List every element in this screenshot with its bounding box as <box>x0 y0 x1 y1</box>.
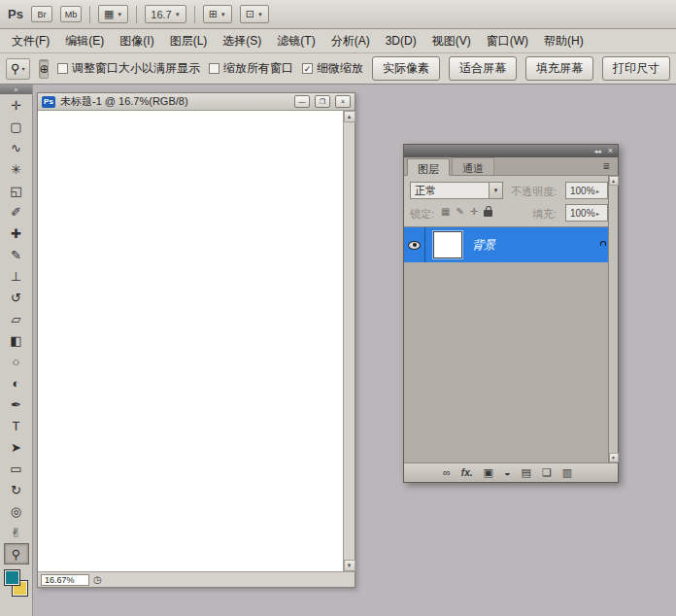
eraser-tool[interactable]: ▱ <box>4 308 29 329</box>
tab-channels[interactable]: 通道 <box>452 157 494 175</box>
document-window: Ps 未标题-1 @ 16.7%(RGB/8) — ❐ × ▲ ▼ 16.67%… <box>37 92 355 588</box>
close-panel-icon[interactable]: × <box>608 147 613 155</box>
type-tool[interactable]: T <box>4 415 29 436</box>
gradient-tool[interactable]: ◧ <box>4 329 29 351</box>
scrubby-zoom-checkbox[interactable]: ✓ 细微缩放 <box>302 60 363 77</box>
eyedropper-tool[interactable]: ✐ <box>4 201 29 222</box>
layer-row-background[interactable]: 背景 <box>404 227 608 262</box>
brush-tool[interactable]: ✎ <box>4 244 29 265</box>
link-layers-icon[interactable]: ∞ <box>443 467 451 478</box>
document-statusbar: 16.67% ◷ <box>38 571 355 587</box>
document-title: 未标题-1 @ 16.7%(RGB/8) <box>60 94 289 109</box>
dodge-tool[interactable]: ◐ <box>4 372 29 394</box>
restore-button[interactable]: ❐ <box>315 95 330 108</box>
quick-selection-tool[interactable]: ✳ <box>4 158 29 180</box>
lasso-tool[interactable]: ∿ <box>4 137 29 158</box>
menu-view[interactable]: 视图(V) <box>424 29 479 53</box>
tool-options-bar: ⚲ ▾ ⊕ ⊖ 调整窗口大小以满屏显示 缩放所有窗口 ✓ 细微缩放 实际像素 适… <box>0 53 676 85</box>
blend-mode-row: 正常 ▼ 不透明度: 100% ▸ <box>404 182 608 199</box>
hand-tool[interactable]: ✌ <box>4 522 29 543</box>
move-tool[interactable]: ✛ <box>4 94 29 116</box>
scroll-down-icon[interactable]: ▼ <box>609 453 619 462</box>
3d-rotate-tool[interactable]: ↻ <box>4 479 29 500</box>
new-group-icon[interactable]: ▤ <box>522 467 531 478</box>
actual-pixels-button[interactable]: 实际像素 <box>372 56 440 81</box>
menu-image[interactable]: 图像(I) <box>112 29 161 53</box>
tools-panel-grip[interactable]: » <box>0 85 32 94</box>
path-selection-tool[interactable]: ➤ <box>4 436 29 458</box>
layer-mask-icon[interactable]: ▣ <box>484 467 493 478</box>
minimize-button[interactable]: — <box>294 95 310 108</box>
zoom-level-value: 16.7 <box>151 9 171 20</box>
vertical-scrollbar[interactable]: ▲ ▼ <box>343 111 355 571</box>
menu-file[interactable]: 文件(F) <box>4 29 57 53</box>
menu-layer[interactable]: 图层(L) <box>162 29 216 53</box>
menu-edit[interactable]: 编辑(E) <box>57 29 112 53</box>
tab-layers[interactable]: 图层 <box>407 158 450 176</box>
clone-stamp-tool[interactable]: ⊥ <box>4 265 29 287</box>
lock-position-icon[interactable]: ✛ <box>470 207 478 217</box>
new-layer-icon[interactable]: ❏ <box>542 467 552 478</box>
menu-help[interactable]: 帮助(H) <box>536 29 592 53</box>
separator <box>136 6 137 23</box>
blend-mode-dropdown[interactable]: 正常 ▼ <box>410 182 503 199</box>
visibility-toggle[interactable] <box>404 227 425 262</box>
screen-mode-icon: ⊡ <box>246 8 254 20</box>
document-titlebar[interactable]: Ps 未标题-1 @ 16.7%(RGB/8) — ❐ × <box>38 93 355 111</box>
scroll-up-icon[interactable]: ▲ <box>609 176 619 186</box>
collapse-panel-icon[interactable]: ◂◂ <box>594 148 601 154</box>
status-info-icon[interactable]: ◷ <box>93 574 102 585</box>
scroll-down-icon[interactable]: ▼ <box>344 560 355 571</box>
print-size-button[interactable]: 打印尺寸 <box>602 56 670 81</box>
menu-filter[interactable]: 滤镜(T) <box>269 29 322 53</box>
delete-layer-icon[interactable]: ▥ <box>562 467 572 478</box>
blur-tool[interactable]: ○ <box>4 351 29 372</box>
panel-scrollbar[interactable]: ▲ ▼ <box>608 176 618 462</box>
launch-mini-bridge-button[interactable]: Mb <box>60 6 82 22</box>
screen-mode-button[interactable]: ⊡ ▼ <box>240 5 269 23</box>
arrange-documents-button[interactable]: ⊞ ▼ <box>203 5 232 23</box>
crop-tool[interactable]: ◱ <box>4 180 29 201</box>
pen-tool[interactable]: ✒ <box>4 394 29 415</box>
fill-field[interactable]: 100% ▸ <box>565 204 608 222</box>
spot-healing-brush-tool[interactable]: ✚ <box>4 222 29 244</box>
menu-select[interactable]: 选择(S) <box>215 29 269 53</box>
layer-name: 背景 <box>472 237 598 254</box>
rectangle-tool[interactable]: ▭ <box>4 458 29 479</box>
close-button[interactable]: × <box>335 95 351 108</box>
history-brush-tool[interactable]: ↺ <box>4 287 29 308</box>
3d-orbit-tool[interactable]: ◎ <box>4 500 29 522</box>
lock-all-icon[interactable] <box>484 210 492 217</box>
fit-screen-button[interactable]: 适合屏幕 <box>449 56 517 81</box>
checkbox-checked-icon: ✓ <box>302 63 313 74</box>
menu-analysis[interactable]: 分析(A) <box>323 29 378 53</box>
document-canvas[interactable] <box>38 111 343 571</box>
menu-3d[interactable]: 3D(D) <box>378 30 424 51</box>
lock-pixels-icon[interactable]: ✎ <box>456 207 463 217</box>
photoshop-app: Ps Br Mb ▦ ▼ 16.7 ▼ ⊞ ▼ ⊡ ▼ 文件(F) 编辑(E) … <box>0 0 676 616</box>
layer-thumbnail[interactable] <box>433 231 462 258</box>
zoom-in-button[interactable]: ⊕ <box>40 60 49 78</box>
chevron-down-icon: ▾ <box>22 66 25 72</box>
launch-bridge-button[interactable]: Br <box>31 6 52 22</box>
resize-windows-checkbox[interactable]: 调整窗口大小以满屏显示 <box>57 60 200 77</box>
lock-buttons: ▦ ✎ ✛ <box>441 206 492 217</box>
lock-transparency-icon[interactable]: ▦ <box>441 207 450 217</box>
document-ps-icon: Ps <box>42 96 55 108</box>
scroll-up-icon[interactable]: ▲ <box>344 111 355 122</box>
color-swatches <box>0 567 33 604</box>
zoom-tool[interactable]: ⚲ <box>4 543 29 565</box>
view-extras-button[interactable]: ▦ ▼ <box>98 5 128 23</box>
adjustment-layer-icon[interactable]: ◒ <box>504 467 511 478</box>
menu-window[interactable]: 窗口(W) <box>479 29 536 53</box>
rectangular-marquee-tool[interactable]: ▢ <box>4 116 29 137</box>
zoom-all-windows-checkbox[interactable]: 缩放所有窗口 <box>209 60 293 77</box>
status-zoom-field[interactable]: 16.67% <box>41 574 89 586</box>
layer-style-icon[interactable]: fx. <box>461 468 473 478</box>
panel-menu-icon[interactable]: ≣ <box>602 161 610 171</box>
opacity-field[interactable]: 100% ▸ <box>565 182 608 199</box>
fill-screen-button[interactable]: 填充屏幕 <box>525 56 593 81</box>
zoom-level-dropdown[interactable]: 16.7 ▼ <box>145 5 186 23</box>
foreground-color-swatch[interactable] <box>4 569 20 586</box>
tool-preset-picker[interactable]: ⚲ ▾ <box>6 58 30 80</box>
